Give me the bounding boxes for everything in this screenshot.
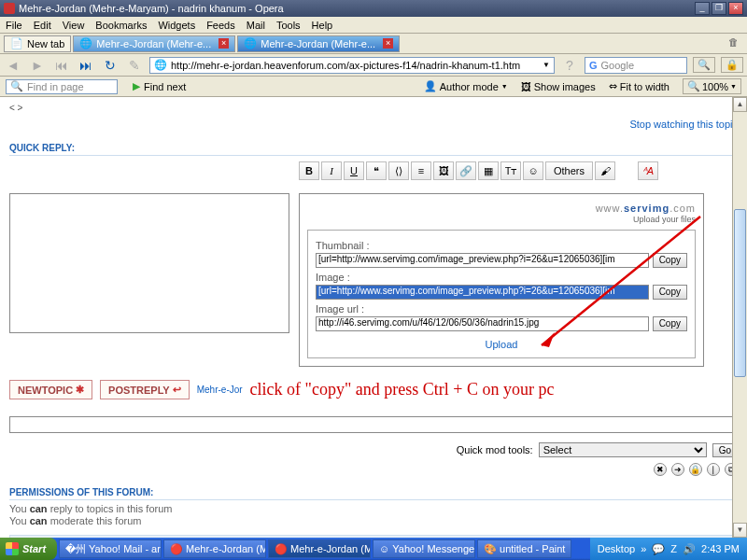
address-input[interactable]: [171, 60, 539, 71]
forward-button[interactable]: ►: [28, 56, 47, 75]
italic-button[interactable]: I: [321, 161, 342, 180]
dropdown-icon[interactable]: ▼: [543, 61, 550, 69]
postreply-button[interactable]: POSTREPLY↩: [100, 380, 190, 399]
video-button[interactable]: ▦: [478, 161, 499, 180]
author-mode-button[interactable]: 👤 Author mode ▼: [424, 80, 508, 92]
address-bar[interactable]: 🌐 ▼: [149, 57, 555, 74]
trash-icon[interactable]: 🗑: [728, 36, 743, 51]
fit-width-button[interactable]: ⇔ Fit to width: [609, 80, 669, 92]
upload-link[interactable]: Upload: [486, 339, 518, 350]
tab-new[interactable]: 📄 New tab: [4, 35, 71, 52]
thumbnail-input[interactable]: [url=http://www.servimg.com/image_previe…: [316, 253, 649, 268]
scroll-thumb[interactable]: [734, 209, 746, 377]
list-button[interactable]: ≡: [411, 161, 431, 180]
breadcrumb-link[interactable]: Mehr-e-Jor: [197, 385, 243, 395]
mod-split-icon[interactable]: ❘: [707, 463, 720, 476]
size-button[interactable]: Tᴛ: [500, 161, 521, 180]
start-button[interactable]: Start: [0, 538, 57, 560]
chevron-icon[interactable]: »: [641, 543, 646, 554]
find-next-button[interactable]: ▶ Find next: [133, 80, 186, 92]
image-input[interactable]: [url=http://www.servimg.com/image_previe…: [316, 285, 649, 300]
tray-icon[interactable]: 💬: [652, 543, 665, 555]
color-button[interactable]: 🖌: [595, 161, 615, 180]
bold-button[interactable]: B: [299, 161, 319, 180]
stop-watching-link[interactable]: Stop watching this topic: [629, 119, 738, 130]
minimize-button[interactable]: _: [695, 2, 710, 15]
link-button[interactable]: 🔗: [456, 161, 476, 180]
permissions-text: You can reply to topics in this forum Yo…: [9, 503, 738, 527]
taskbar-item-active[interactable]: 🔴Mehr-e-Jordan (M...: [268, 539, 371, 558]
vertical-scrollbar[interactable]: ▲ ▼: [732, 97, 747, 538]
menu-view[interactable]: View: [63, 20, 85, 31]
modtools-select[interactable]: Select: [539, 442, 707, 457]
mod-lock-icon[interactable]: 🔒: [689, 463, 702, 476]
scroll-down-button[interactable]: ▼: [733, 523, 747, 538]
switch-editor-button[interactable]: ᴬA: [638, 161, 658, 180]
maximize-button[interactable]: ❐: [712, 2, 726, 15]
copy-image-button[interactable]: Copy: [653, 285, 687, 300]
mod-delete-icon[interactable]: ✖: [654, 463, 667, 476]
tab-2-active[interactable]: 🌐 Mehr-e-Jordan (Mehr-e... ×: [237, 35, 400, 52]
quote-button[interactable]: ❝: [366, 161, 387, 180]
taskbar-item[interactable]: ☺Yahoo! Messenger: [373, 539, 475, 558]
permissions-heading: PERMISSIONS OF THIS FORUM:: [9, 487, 738, 500]
search-placeholder: Google: [601, 60, 634, 71]
security-button[interactable]: 🔒: [721, 57, 743, 73]
servimg-subtitle: Upload your files: [307, 215, 696, 224]
newtopic-button[interactable]: NEWTOPIC✱: [9, 380, 92, 399]
rewind-button[interactable]: ⏮: [52, 56, 71, 75]
clock[interactable]: 2:43 PM: [701, 543, 740, 554]
taskbar-item[interactable]: 🔴Mehr-e-Jordan (M...: [163, 539, 266, 558]
menu-edit[interactable]: Edit: [34, 20, 51, 31]
copy-url-button[interactable]: Copy: [653, 316, 687, 331]
author-label: Author mode: [440, 81, 499, 92]
help-icon[interactable]: ?: [560, 56, 579, 75]
tab-close-icon[interactable]: ×: [218, 38, 229, 49]
search-box[interactable]: G Google: [585, 57, 687, 74]
menu-tools[interactable]: Tools: [276, 20, 301, 31]
menu-mail[interactable]: Mail: [247, 20, 265, 31]
menu-bookmarks[interactable]: Bookmarks: [95, 20, 147, 31]
taskbar-item[interactable]: 🎨untitled - Paint: [477, 539, 571, 558]
tab-close-icon[interactable]: ×: [383, 38, 393, 49]
opera-icon: [4, 3, 15, 14]
view-button[interactable]: 🔍: [693, 57, 715, 73]
imageurl-input[interactable]: http://i46.servimg.com/u/f46/12/06/50/36…: [316, 316, 649, 331]
dropdown-icon: ▼: [730, 83, 737, 90]
jump-input[interactable]: [9, 416, 738, 433]
reload-button[interactable]: ↻: [101, 56, 120, 75]
reply-textarea[interactable]: [9, 193, 289, 333]
quick-reply-heading: QUICK REPLY:: [9, 143, 738, 156]
menu-file[interactable]: File: [6, 20, 22, 31]
show-images-button[interactable]: 🖼 Show images: [521, 81, 596, 92]
others-button[interactable]: Others: [545, 161, 593, 180]
menu-help[interactable]: Help: [312, 20, 333, 31]
tab-1[interactable]: 🌐 Mehr-e-Jordan (Mehr-e... ×: [73, 35, 235, 52]
find-placeholder: Find in page: [27, 81, 84, 92]
menu-feeds[interactable]: Feeds: [206, 20, 235, 31]
back-button[interactable]: ◄: [4, 56, 22, 75]
newtopic-label: NEWTOPIC: [18, 385, 73, 396]
zoom-control[interactable]: 🔍 100% ▼: [683, 78, 741, 94]
taskbar-item[interactable]: �州Yahoo! Mail - arsalan...: [59, 539, 162, 558]
scroll-up-button[interactable]: ▲: [733, 97, 747, 112]
close-button[interactable]: ×: [728, 2, 743, 15]
image-button[interactable]: 🖼: [433, 161, 454, 180]
tray-icon[interactable]: Z: [670, 543, 677, 554]
desktop-toggle[interactable]: Desktop: [598, 543, 635, 554]
emoji-button[interactable]: ☺: [523, 161, 543, 180]
find-input[interactable]: 🔍 Find in page: [6, 79, 118, 94]
wand-button[interactable]: ✎: [125, 56, 144, 75]
menu-widgets[interactable]: Widgets: [158, 20, 195, 31]
tray-icon[interactable]: 🔊: [683, 543, 696, 555]
code-button[interactable]: ⟨⟩: [388, 161, 409, 180]
mod-move-icon[interactable]: ➜: [671, 463, 684, 476]
fastforward-button[interactable]: ⏭: [77, 56, 95, 75]
thumbnail-label: Thumbnail :: [316, 240, 687, 251]
editor-toolbar: B I U ❝ ⟨⟩ ≡ 🖼 🔗 ▦ Tᴛ ☺ Others 🖌 ᴬA: [299, 161, 738, 180]
start-label: Start: [22, 543, 46, 554]
window-titlebar: Mehr-e-Jordan (Mehr-e-Maryam) - nadrin k…: [0, 0, 747, 17]
zoom-icon: 🔍: [687, 80, 700, 92]
underline-button[interactable]: U: [344, 161, 364, 180]
copy-thumbnail-button[interactable]: Copy: [653, 253, 687, 268]
